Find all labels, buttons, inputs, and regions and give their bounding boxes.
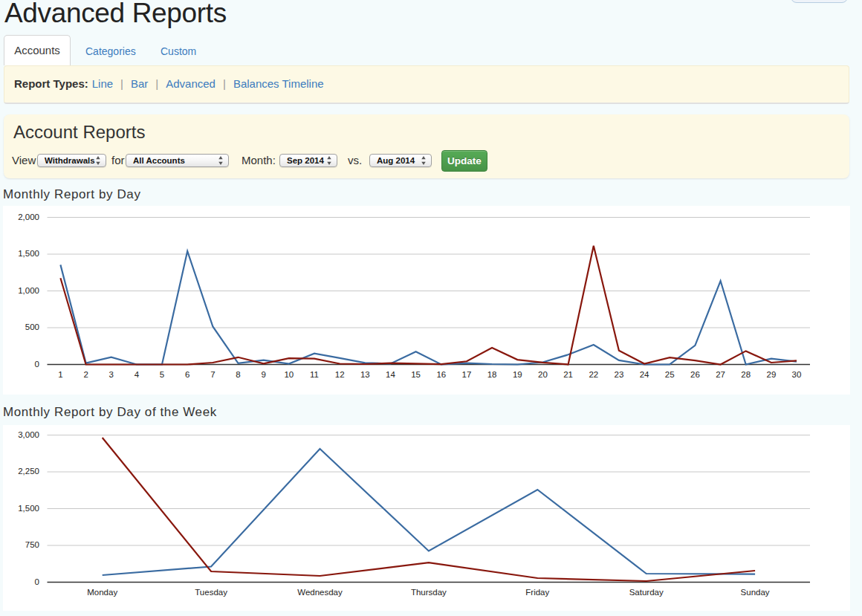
svg-text:Sunday: Sunday (741, 588, 770, 597)
svg-text:10: 10 (284, 370, 294, 379)
svg-text:7: 7 (210, 370, 215, 379)
svg-text:29: 29 (767, 370, 777, 379)
svg-text:Wednesday: Wednesday (297, 588, 343, 597)
svg-text:6: 6 (185, 370, 189, 379)
svg-text:2,250: 2,250 (18, 467, 39, 476)
svg-text:Thursday: Thursday (411, 588, 447, 597)
svg-text:500: 500 (25, 322, 39, 331)
svg-text:1,500: 1,500 (18, 249, 39, 258)
svg-text:3: 3 (108, 370, 113, 379)
svg-text:18: 18 (487, 370, 497, 379)
svg-text:750: 750 (25, 540, 39, 549)
svg-text:21: 21 (563, 370, 573, 379)
svg-text:1,500: 1,500 (18, 504, 39, 513)
svg-text:5: 5 (160, 370, 164, 379)
svg-text:Friday: Friday (525, 588, 549, 597)
svg-text:1,000: 1,000 (18, 286, 39, 295)
svg-text:15: 15 (411, 370, 421, 379)
svg-text:2,000: 2,000 (18, 213, 39, 221)
svg-text:Monday: Monday (87, 588, 117, 597)
svg-text:25: 25 (665, 370, 675, 379)
svg-text:11: 11 (310, 370, 319, 379)
svg-text:9: 9 (261, 370, 265, 379)
svg-text:12: 12 (335, 370, 345, 379)
svg-text:19: 19 (513, 370, 522, 379)
svg-text:20: 20 (538, 370, 548, 379)
svg-text:13: 13 (360, 370, 370, 379)
svg-text:Tuesday: Tuesday (195, 588, 227, 597)
svg-text:22: 22 (589, 370, 598, 379)
svg-text:26: 26 (690, 370, 700, 379)
svg-text:2: 2 (83, 370, 88, 379)
svg-text:24: 24 (640, 370, 649, 379)
svg-text:0: 0 (35, 577, 39, 586)
svg-text:16: 16 (436, 370, 446, 379)
svg-text:27: 27 (716, 370, 725, 379)
svg-text:17: 17 (462, 370, 472, 379)
svg-text:1: 1 (58, 370, 62, 379)
svg-text:23: 23 (615, 370, 624, 379)
svg-text:0: 0 (35, 360, 39, 369)
svg-text:28: 28 (741, 370, 751, 379)
svg-text:8: 8 (236, 370, 240, 379)
svg-text:14: 14 (386, 370, 395, 379)
svg-text:30: 30 (792, 370, 802, 379)
svg-text:3,000: 3,000 (18, 430, 39, 439)
svg-text:Saturday: Saturday (629, 588, 664, 597)
svg-text:4: 4 (135, 370, 140, 379)
